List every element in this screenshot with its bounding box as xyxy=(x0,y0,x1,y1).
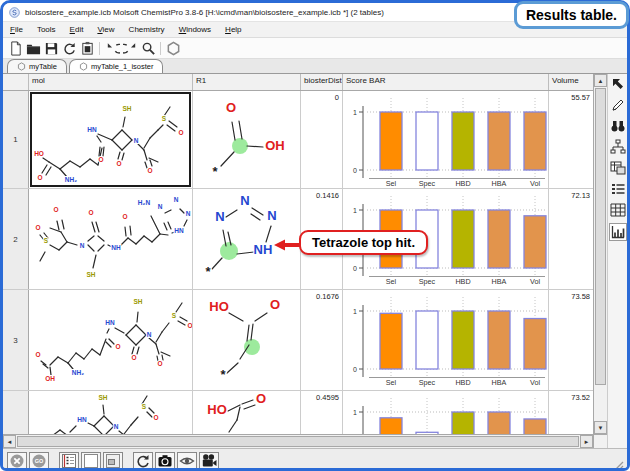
main-toolbar xyxy=(3,38,627,59)
menu-help[interactable]: Help xyxy=(218,25,248,34)
header-r1[interactable]: R1 xyxy=(193,74,301,90)
header-mol[interactable]: mol xyxy=(29,74,193,90)
resize-grip[interactable] xyxy=(612,459,624,471)
blank-square-button[interactable] xyxy=(81,452,101,471)
row-number[interactable]: 3 xyxy=(3,290,29,390)
binoculars-tool[interactable] xyxy=(610,118,626,134)
r1-fragment-carboxylic-acid: OOH* xyxy=(195,92,300,188)
cursor-icon xyxy=(610,76,626,92)
paste-icon xyxy=(80,41,95,56)
menu-edit[interactable]: Edit xyxy=(63,25,91,34)
list-rows-icon xyxy=(610,181,626,197)
scroll-down-button[interactable]: ▼ xyxy=(594,421,607,434)
cursor-tool[interactable] xyxy=(610,76,626,92)
menu-tools[interactable]: Tools xyxy=(30,25,63,34)
biosterdist-value: 0.1676 xyxy=(301,290,343,390)
horizontal-scroll-thumb[interactable] xyxy=(17,436,579,447)
eye-button[interactable] xyxy=(177,452,197,471)
chart-mini-tool[interactable] xyxy=(609,223,627,241)
table-row[interactable]: HNSHNSO HOO 0.4595 10SelSpecHBDHBAVol 73… xyxy=(3,391,593,434)
go-button[interactable]: GO xyxy=(29,452,49,471)
redo-button[interactable] xyxy=(121,40,139,57)
display-panel-button[interactable] xyxy=(59,452,79,471)
pencil-tool[interactable] xyxy=(610,97,626,113)
search-sync-icon xyxy=(141,41,156,56)
results-table: mol R1 biosterDist Score BAR Volume 1 HO… xyxy=(3,74,593,448)
hexagon-icon xyxy=(17,62,26,71)
menu-chemistry[interactable]: Chemistry xyxy=(122,25,172,34)
hexagon-icon xyxy=(79,62,88,71)
r1-cell[interactable]: OOH* xyxy=(193,91,301,188)
menu-windows[interactable]: Windows xyxy=(172,25,218,34)
svg-text:HBD: HBD xyxy=(455,179,470,188)
header-biosterdist[interactable]: biosterDist xyxy=(301,74,343,90)
header-score-bar[interactable]: Score BAR xyxy=(343,74,549,90)
go-icon: GO xyxy=(31,453,47,469)
camera-button[interactable] xyxy=(155,452,175,471)
r1-cell[interactable]: HOO xyxy=(193,391,301,434)
mol-cell[interactable]: HOONH₂OHNSHNOOSO xyxy=(29,91,193,188)
header-volume[interactable]: Volume xyxy=(549,74,593,90)
svg-text:O: O xyxy=(37,174,42,181)
table-row[interactable]: 1 HOONH₂OHNSHNOOSO OOH* 0 10SelSpecHBDHB… xyxy=(3,91,593,189)
hierarchy-tool[interactable] xyxy=(610,139,626,155)
folder-open-button[interactable] xyxy=(24,40,42,57)
molecule-structure: OOHNH₂OHNSHNOOSO xyxy=(30,291,191,387)
svg-text:Vol: Vol xyxy=(530,179,540,188)
table-window-tool[interactable] xyxy=(610,160,626,176)
svg-text:HBD: HBD xyxy=(455,378,470,387)
menu-file[interactable]: File xyxy=(3,25,30,34)
refresh-button[interactable] xyxy=(133,452,153,471)
vertical-scroll-thumb[interactable] xyxy=(595,88,606,385)
svg-text:Sel: Sel xyxy=(386,277,397,286)
scroll-left-button[interactable]: ◄ xyxy=(3,435,16,448)
menu-view[interactable]: View xyxy=(90,25,121,34)
score-bar-chart: 10SelSpecHBDHBAVol xyxy=(343,391,549,434)
movie-camera-button[interactable] xyxy=(199,452,219,471)
mol-cell[interactable]: OSOOONSHNHH₂NNNNHN xyxy=(29,189,193,289)
folder-open-icon xyxy=(26,41,41,56)
scroll-up-button[interactable]: ▲ xyxy=(594,74,607,87)
scroll-track[interactable] xyxy=(594,386,607,421)
undo-button[interactable] xyxy=(103,40,121,57)
tab-myTable_1_isoster[interactable]: myTable_1_isoster xyxy=(69,59,164,73)
blank-square-icon xyxy=(83,453,99,469)
vertical-scrollbar[interactable]: ▲ ▼ xyxy=(593,74,607,448)
paste-button[interactable] xyxy=(78,40,96,57)
list-rows-tool[interactable] xyxy=(610,181,626,197)
svg-text:Vol: Vol xyxy=(530,378,540,387)
save-button[interactable] xyxy=(42,40,60,57)
grid-dense-tool[interactable] xyxy=(610,202,626,218)
tetrazole-callout: Tetrazole top hit. xyxy=(299,230,428,255)
horizontal-scrollbar[interactable]: ◄ ► xyxy=(3,434,593,448)
tab-myTable[interactable]: myTable xyxy=(7,59,67,73)
svg-text:O: O xyxy=(187,322,192,329)
svg-text:*: * xyxy=(205,264,211,279)
table-row[interactable]: 3 OOHNH₂OHNSHNOOSO HOO* 0.1676 10SelSpec… xyxy=(3,290,593,391)
close-x-button[interactable] xyxy=(7,452,27,471)
search-sync-button[interactable] xyxy=(139,40,157,57)
row-number[interactable] xyxy=(3,391,29,434)
scroll-right-button[interactable]: ► xyxy=(580,435,593,448)
svg-text:O: O xyxy=(147,167,152,174)
table-header-row: mol R1 biosterDist Score BAR Volume xyxy=(3,74,593,91)
mol-cell[interactable]: HNSHNSO xyxy=(29,391,193,434)
svg-text:HN: HN xyxy=(87,126,97,133)
molecule-structure: OSOOONSHNHH₂NNNNHN xyxy=(30,190,191,286)
row-number[interactable]: 2 xyxy=(3,189,29,289)
refresh-button[interactable] xyxy=(60,40,78,57)
panel-square-button[interactable] xyxy=(103,452,123,471)
r1-cell[interactable]: HOO* xyxy=(193,290,301,390)
mol-cell[interactable]: OOHNH₂OHNSHNOOSO xyxy=(29,290,193,390)
svg-text:O: O xyxy=(131,354,136,361)
svg-text:SH: SH xyxy=(98,394,107,401)
pencil-icon xyxy=(610,97,626,113)
hexagon-button[interactable] xyxy=(164,40,182,57)
camera-icon xyxy=(157,453,173,469)
biosterdist-value: 0.4595 xyxy=(301,391,343,434)
svg-text:S: S xyxy=(44,237,49,244)
molecule-structure: HNSHNSO xyxy=(30,392,191,434)
header-row-number[interactable] xyxy=(3,74,29,90)
doc-new-button[interactable] xyxy=(6,40,24,57)
row-number[interactable]: 1 xyxy=(3,91,29,188)
